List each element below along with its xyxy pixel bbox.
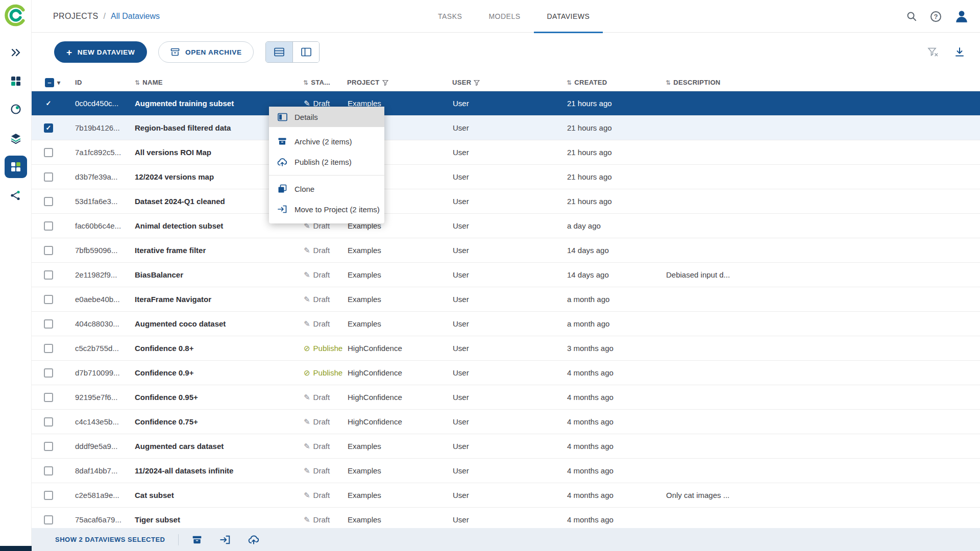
row-description: Only cat images ...: [661, 491, 980, 499]
user-avatar[interactable]: [954, 9, 969, 23]
row-checkbox[interactable]: ✓: [44, 172, 53, 182]
column-header-created[interactable]: ⇅ CREATED: [562, 79, 661, 86]
row-checkbox[interactable]: ✓: [44, 246, 53, 255]
status-label: Draft: [313, 466, 330, 475]
row-user: User: [448, 221, 562, 230]
download-icon[interactable]: [954, 47, 965, 57]
table-row[interactable]: ✓ c4c143e5b... Confidence 0.75+ ✎ Draft …: [32, 410, 980, 434]
row-user: User: [448, 393, 562, 402]
row-checkbox[interactable]: ✓: [44, 123, 53, 133]
row-user: User: [448, 197, 562, 206]
row-checkbox[interactable]: ✓: [44, 466, 53, 475]
open-archive-button[interactable]: OPEN ARCHIVE: [158, 41, 254, 63]
row-user: User: [448, 246, 562, 255]
row-status: ✎ Draft: [299, 491, 342, 500]
row-status: ✎ Draft: [299, 246, 342, 255]
table-row[interactable]: ✓ 92195e7f6... Confidence 0.95+ ✎ Draft …: [32, 385, 980, 410]
table-row[interactable]: ✓ e0aebe40b... IteraFrame Navigator ✎ Dr…: [32, 287, 980, 312]
detail-view-button[interactable]: [292, 42, 319, 62]
column-header-project[interactable]: PROJECT: [342, 79, 448, 86]
table-row[interactable]: ✓ 53d1fa6e3... Dataset 2024-Q1 cleaned U…: [32, 189, 980, 214]
table-row[interactable]: ✓ 0c0cd450c... Augmented training subset…: [32, 91, 980, 116]
status-label: Draft: [313, 270, 330, 279]
table-row[interactable]: ✓ dddf9e5a9... Augmented cars dataset ✎ …: [32, 434, 980, 459]
table-row[interactable]: ✓ c2e581a9e... Cat subset ✎ Draft Exampl…: [32, 483, 980, 508]
row-checkbox[interactable]: ✓: [44, 221, 53, 231]
table-row[interactable]: ✓ 7bfb59096... Iterative frame filter ✎ …: [32, 238, 980, 263]
selection-count-label[interactable]: SHOW 2 DATAVIEWS SELECTED: [55, 536, 165, 543]
menu-item-archive[interactable]: Archive (2 items): [269, 131, 384, 152]
row-checkbox[interactable]: ✓: [44, 99, 53, 108]
row-checkbox[interactable]: ✓: [44, 515, 53, 524]
menu-item-move-to-project[interactable]: Move to Project (2 items): [269, 199, 384, 219]
table-row[interactable]: ✓ 404c88030... Augmented coco dataset ✎ …: [32, 312, 980, 336]
table-row[interactable]: ✓ d7b710099... Confidence 0.9+ ⊘ Publish…: [32, 361, 980, 385]
new-dataview-button[interactable]: + NEW DATAVIEW: [54, 41, 147, 63]
search-icon[interactable]: [906, 11, 917, 22]
row-checkbox[interactable]: ✓: [44, 295, 53, 304]
row-checkbox[interactable]: ✓: [44, 148, 53, 157]
menu-item-details[interactable]: Details: [269, 107, 384, 127]
row-user: User: [448, 99, 562, 108]
tab-dataviews[interactable]: DATAVIEWS: [534, 0, 603, 33]
column-header-name[interactable]: ⇅ NAME: [130, 79, 299, 86]
sidebar-item-dashboard[interactable]: [5, 41, 27, 64]
status-icon: ✎: [304, 393, 310, 402]
table-row[interactable]: ✓ 2e11982f9... BiasBalancer ✎ Draft Exam…: [32, 263, 980, 287]
column-header-description[interactable]: ⇅ DESCRIPTION: [661, 79, 980, 86]
breadcrumb-all-dataviews[interactable]: All Dataviews: [111, 12, 160, 21]
row-checkbox[interactable]: ✓: [44, 417, 53, 427]
datasets-icon: [10, 103, 22, 115]
tab-tasks[interactable]: TASKS: [425, 0, 475, 33]
breadcrumb: PROJECTS / All Dataviews: [53, 0, 160, 33]
clear-filters-icon[interactable]: [927, 47, 938, 57]
tab-models[interactable]: MODELS: [475, 0, 533, 33]
table-row[interactable]: ✓ 7a1fc892c5... All versions ROI Map Use…: [32, 140, 980, 165]
row-checkbox[interactable]: ✓: [44, 319, 53, 329]
row-checkbox[interactable]: ✓: [44, 344, 53, 353]
row-checkbox[interactable]: ✓: [44, 197, 53, 206]
clearml-logo[interactable]: [4, 4, 28, 27]
sidebar-item-pipelines[interactable]: [5, 184, 27, 207]
sidebar-item-datasets[interactable]: [5, 98, 27, 120]
archive-selected-icon[interactable]: [192, 535, 202, 545]
row-created: 4 months ago: [562, 491, 661, 499]
row-project: Examples: [342, 319, 448, 328]
sidebar-bottom-strip: [0, 546, 32, 551]
table-view-button[interactable]: [266, 42, 292, 62]
sidebar-item-layers[interactable]: [5, 127, 27, 149]
column-header-status[interactable]: ⇅ STA...: [299, 79, 342, 86]
sidebar-item-hyper-datasets[interactable]: [5, 156, 27, 178]
row-checkbox[interactable]: ✓: [44, 491, 53, 500]
table-row[interactable]: ✓ 8daf14bb7... 11/2024-all datasets infi…: [32, 459, 980, 483]
status-label: Draft: [313, 393, 330, 402]
status-icon: ⊘: [304, 344, 310, 353]
table-row[interactable]: ✓ 7b19b4126... Region-based filtered dat…: [32, 116, 980, 140]
menu-item-label: Publish (2 items): [295, 158, 352, 166]
column-header-user[interactable]: USER: [448, 79, 562, 86]
row-checkbox[interactable]: ✓: [44, 442, 53, 451]
help-icon[interactable]: ?: [930, 11, 941, 22]
sidebar-item-projects[interactable]: [5, 70, 27, 92]
table-row[interactable]: ✓ d3b7fe39a... 12/2024 versions map User…: [32, 165, 980, 189]
menu-item-publish[interactable]: Publish (2 items): [269, 152, 384, 172]
context-menu: Details Archive (2 items) Publish (2 ite…: [269, 107, 384, 223]
row-checkbox[interactable]: ✓: [44, 393, 53, 402]
publish-selected-icon[interactable]: [248, 535, 259, 544]
toolbar-right-actions: [927, 41, 965, 63]
row-id: 75acaf6a79...: [70, 515, 130, 524]
layers-icon: [10, 132, 22, 144]
row-checkbox[interactable]: ✓: [44, 368, 53, 378]
move-selected-icon[interactable]: [219, 535, 231, 545]
select-all-checkbox[interactable]: –: [45, 78, 54, 87]
row-checkbox[interactable]: ✓: [44, 270, 53, 280]
select-dropdown-caret[interactable]: ▾: [57, 79, 60, 86]
column-header-id[interactable]: ID: [70, 79, 130, 86]
row-user: User: [448, 270, 562, 279]
breadcrumb-projects[interactable]: PROJECTS: [53, 12, 99, 21]
menu-item-clone[interactable]: Clone: [269, 179, 384, 199]
table-row[interactable]: ✓ fac60b6c4e... Animal detection subset …: [32, 214, 980, 238]
hyper-datasets-icon: [10, 161, 22, 173]
row-user: User: [448, 368, 562, 377]
table-row[interactable]: ✓ c5c2b755d... Confidence 0.8+ ⊘ Publish…: [32, 336, 980, 361]
